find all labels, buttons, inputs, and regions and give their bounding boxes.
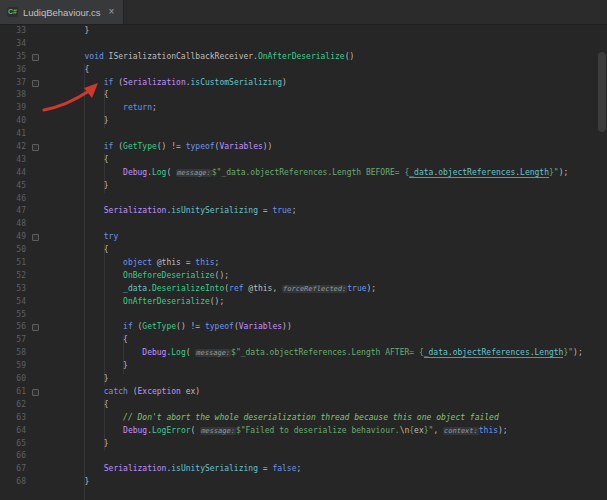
line-number[interactable]: 64: [0, 425, 46, 438]
line-number[interactable]: 59: [0, 360, 46, 373]
line-number-label[interactable]: 54: [0, 296, 26, 309]
line-number-label[interactable]: 36: [0, 64, 26, 77]
line-number[interactable]: 35: [0, 51, 46, 64]
code-line[interactable]: void ISerializationCallbackReceiver.OnAf…: [46, 51, 607, 64]
line-number[interactable]: 61: [0, 386, 46, 399]
code-line[interactable]: }: [46, 180, 607, 193]
line-number[interactable]: 50: [0, 244, 46, 257]
line-number-label[interactable]: 39: [0, 102, 26, 115]
code-line[interactable]: }: [46, 360, 607, 373]
line-number-label[interactable]: 40: [0, 115, 26, 128]
fold-marker-icon[interactable]: [32, 80, 39, 87]
line-number[interactable]: 38: [0, 89, 46, 102]
code-editor[interactable]: 3334353637383940414243444546474849505152…: [0, 25, 607, 500]
code-line[interactable]: Debug.LogError( message:$"Failed to dese…: [46, 425, 607, 438]
fold-marker-icon[interactable]: [32, 389, 39, 396]
line-number[interactable]: 41: [0, 128, 46, 141]
code-line[interactable]: object @this = this;: [46, 257, 607, 270]
code-area[interactable]: } void ISerializationCallbackReceiver.On…: [46, 25, 607, 500]
line-number-label[interactable]: 45: [0, 180, 26, 193]
line-number-label[interactable]: 47: [0, 205, 26, 218]
code-line[interactable]: }: [46, 25, 607, 38]
code-line[interactable]: [46, 309, 607, 322]
line-number-label[interactable]: 48: [0, 218, 26, 231]
line-number[interactable]: 49: [0, 231, 46, 244]
code-line[interactable]: {: [46, 89, 607, 102]
line-number[interactable]: 60: [0, 373, 46, 386]
line-number-label[interactable]: 56: [0, 321, 26, 334]
line-number-label[interactable]: 41: [0, 128, 26, 141]
code-line[interactable]: {: [46, 244, 607, 257]
line-number[interactable]: 62: [0, 399, 46, 412]
code-line[interactable]: [46, 450, 607, 463]
line-number[interactable]: 55: [0, 309, 46, 322]
line-number[interactable]: 46: [0, 193, 46, 206]
line-number[interactable]: 56: [0, 321, 46, 334]
line-number[interactable]: 65: [0, 438, 46, 451]
line-number-label[interactable]: 33: [0, 25, 26, 38]
line-number-label[interactable]: 68: [0, 476, 26, 489]
line-number[interactable]: 67: [0, 463, 46, 476]
code-line[interactable]: // Don't abort the whole deserialization…: [46, 412, 607, 425]
line-number-label[interactable]: 64: [0, 425, 26, 438]
line-number-label[interactable]: 38: [0, 89, 26, 102]
tab-ludiqbehaviour[interactable]: C# LudiqBehaviour.cs ×: [0, 0, 124, 24]
code-line[interactable]: }: [46, 373, 607, 386]
scrollbar-thumb[interactable]: [598, 52, 606, 132]
line-number[interactable]: 53: [0, 283, 46, 296]
fold-marker-icon[interactable]: [32, 144, 39, 151]
code-line[interactable]: catch (Exception ex): [46, 386, 607, 399]
line-number-label[interactable]: 62: [0, 399, 26, 412]
line-number-label[interactable]: 34: [0, 38, 26, 51]
line-number-label[interactable]: 46: [0, 193, 26, 206]
line-number[interactable]: 54: [0, 296, 46, 309]
code-line[interactable]: if (GetType() != typeof(Variables)): [46, 141, 607, 154]
code-line[interactable]: }: [46, 115, 607, 128]
line-number-label[interactable]: 43: [0, 154, 26, 167]
line-number[interactable]: 58: [0, 347, 46, 360]
line-number[interactable]: 39: [0, 102, 46, 115]
line-number-label[interactable]: 63: [0, 412, 26, 425]
line-number[interactable]: 66: [0, 450, 46, 463]
code-line[interactable]: return;: [46, 102, 607, 115]
line-number[interactable]: 48: [0, 218, 46, 231]
line-number[interactable]: 44: [0, 167, 46, 180]
line-number[interactable]: 47: [0, 205, 46, 218]
line-number[interactable]: 57: [0, 334, 46, 347]
fold-marker-icon[interactable]: [32, 54, 39, 61]
code-line[interactable]: OnBeforeDeserialize();: [46, 270, 607, 283]
line-number-label[interactable]: 57: [0, 334, 26, 347]
line-number-label[interactable]: 59: [0, 360, 26, 373]
line-number[interactable]: 51: [0, 257, 46, 270]
line-number-label[interactable]: 44: [0, 167, 26, 180]
line-number-label[interactable]: 66: [0, 450, 26, 463]
code-line[interactable]: [46, 38, 607, 51]
code-line[interactable]: if (Serialization.isCustomSerializing): [46, 77, 607, 90]
line-number[interactable]: 33: [0, 25, 46, 38]
line-number-label[interactable]: 37: [0, 77, 26, 90]
code-line[interactable]: try: [46, 231, 607, 244]
code-line[interactable]: Debug.Log( message:$"_data.objectReferen…: [46, 167, 607, 180]
code-line[interactable]: [46, 218, 607, 231]
line-number-label[interactable]: 52: [0, 270, 26, 283]
line-number[interactable]: 42: [0, 141, 46, 154]
line-number-label[interactable]: 51: [0, 257, 26, 270]
code-line[interactable]: Serialization.isUnitySerializing = false…: [46, 463, 607, 476]
tab-close-icon[interactable]: ×: [109, 7, 115, 17]
line-number-label[interactable]: 35: [0, 51, 26, 64]
code-line[interactable]: if (GetType() != typeof(Variables)): [46, 321, 607, 334]
line-number[interactable]: 36: [0, 64, 46, 77]
fold-marker-icon[interactable]: [32, 234, 39, 241]
code-line[interactable]: [46, 193, 607, 206]
line-number[interactable]: 43: [0, 154, 46, 167]
code-line[interactable]: {: [46, 64, 607, 77]
line-number-label[interactable]: 55: [0, 309, 26, 322]
code-line[interactable]: OnAfterDeserialize();: [46, 296, 607, 309]
code-line[interactable]: {: [46, 154, 607, 167]
line-number-label[interactable]: 49: [0, 231, 26, 244]
line-number-label[interactable]: 53: [0, 283, 26, 296]
line-number-label[interactable]: 58: [0, 347, 26, 360]
code-line[interactable]: {: [46, 399, 607, 412]
code-line[interactable]: Debug.Log( message:$"_data.objectReferen…: [46, 347, 607, 360]
line-number-label[interactable]: 65: [0, 438, 26, 451]
